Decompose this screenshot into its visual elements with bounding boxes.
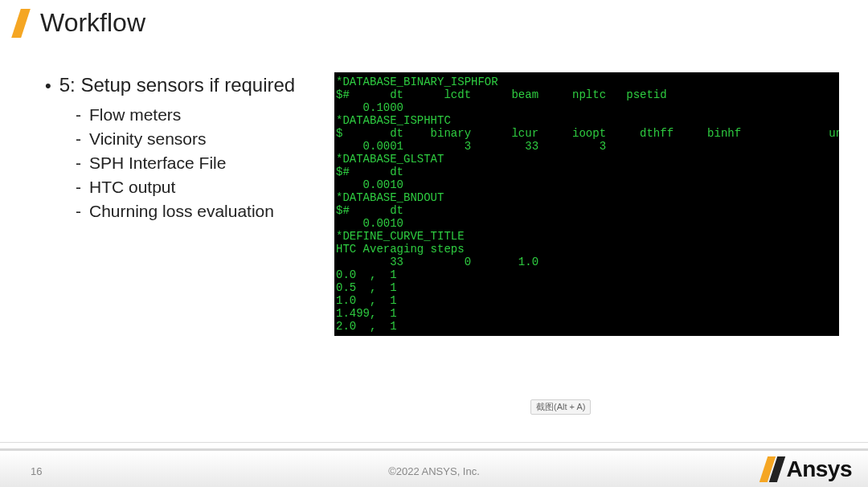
sub-bullet-item: - Vicinity sensors [76,127,318,151]
sub-bullet-item: - SPH Interface File [76,151,318,175]
dash-icon: - [76,199,81,223]
main-bullet: • 5: Setup sensors if required [45,74,318,98]
dash-icon: - [76,127,81,151]
sub-bullet-text: HTC output [89,175,175,199]
content-left: • 5: Setup sensors if required - Flow me… [45,74,318,223]
sub-bullet-item: - HTC output [76,175,318,199]
page-number: 16 [31,465,42,477]
copyright-text: ©2022 ANSYS, Inc. [388,465,480,477]
page-title: Workflow [40,8,145,38]
sub-bullet-text: Vicinity sensors [89,127,207,151]
sub-bullet-text: Flow meters [89,103,181,127]
logo-text: Ansys [786,456,852,482]
dash-icon: - [76,103,81,127]
title-row: Workflow [16,8,145,38]
screenshot-hint-tooltip: 截图(Alt + A) [530,399,591,415]
terminal-output: *DATABASE_BINARY_ISPHFOR $# dt lcdt beam… [334,72,839,336]
sub-bullet-item: - Flow meters [76,103,318,127]
bullet-dot-icon: • [45,74,51,98]
main-bullet-text: 5: Setup sensors if required [59,74,296,96]
sub-bullet-list: - Flow meters - Vicinity sensors - SPH I… [76,103,318,223]
sub-bullet-text: SPH Interface File [89,151,226,175]
ansys-logo: Ansys [764,456,852,482]
dash-icon: - [76,175,81,199]
dash-icon: - [76,151,81,175]
title-accent-bar [11,9,31,38]
sub-bullet-item: - Churning loss evaluation [76,199,318,223]
footer-divider [0,442,868,443]
sub-bullet-text: Churning loss evaluation [89,199,274,223]
